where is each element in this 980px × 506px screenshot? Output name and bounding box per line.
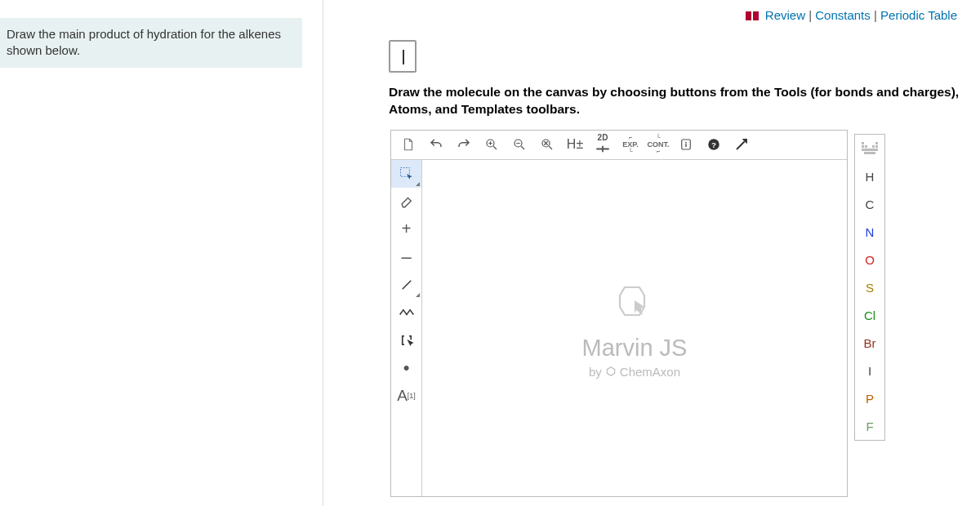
atom-F-button[interactable]: F [855, 412, 884, 440]
brand-subtitle: by ChemAxon [589, 365, 680, 379]
periodic-table-link[interactable]: Periodic Table [880, 8, 957, 22]
atom-S-button[interactable]: S [855, 273, 884, 301]
svg-rect-13 [865, 145, 867, 148]
svg-text:?: ? [711, 140, 716, 149]
erase-tool-button[interactable] [391, 188, 421, 215]
info-button[interactable] [674, 133, 698, 156]
svg-rect-16 [862, 149, 878, 151]
radical-button[interactable]: • [391, 354, 421, 382]
view-2d-button[interactable]: 2D [590, 133, 615, 156]
top-links: Review | Constants | Periodic Table [323, 0, 972, 22]
brand-name: Marvin JS [582, 335, 688, 362]
fullscreen-button[interactable] [729, 133, 754, 156]
bracket-tool-button[interactable] [391, 326, 421, 354]
link-separator: | [874, 8, 880, 22]
single-bond-button[interactable] [391, 271, 421, 299]
undo-button[interactable] [424, 133, 448, 156]
svg-rect-17 [864, 152, 875, 154]
svg-rect-15 [875, 145, 878, 148]
svg-rect-11 [875, 142, 878, 144]
svg-rect-12 [862, 145, 864, 148]
atom-map-button[interactable]: A[1] [391, 382, 421, 410]
contract-button[interactable]: └CONT.⌐ [646, 133, 670, 156]
atom-H-button[interactable]: H [855, 162, 884, 190]
chain-tool-button[interactable] [391, 299, 421, 326]
review-link[interactable]: Review [765, 8, 805, 22]
editor-toolbar-top: H± 2D ⌐EXP.└ └CONT.⌐ ? [391, 131, 847, 160]
structure-placeholder-icon [389, 40, 416, 73]
zoom-in-button[interactable] [479, 133, 504, 156]
redo-button[interactable] [452, 133, 476, 156]
svg-rect-5 [685, 144, 687, 148]
atom-N-button[interactable]: N [855, 218, 884, 246]
help-button[interactable]: ? [702, 133, 726, 156]
atom-I-button[interactable]: I [855, 357, 884, 384]
atom-C-button[interactable]: C [855, 190, 884, 218]
hydrogen-toggle-button[interactable]: H± [563, 133, 587, 156]
svg-marker-9 [607, 367, 614, 376]
selection-tool-button[interactable] [391, 160, 421, 188]
instruction-text: Draw the molecule on the canvas by choos… [389, 84, 960, 118]
question-prompt: Draw the main product of hydration for t… [0, 18, 302, 68]
editor-toolbar-left: + – • A[1] [391, 160, 422, 496]
svg-rect-14 [872, 145, 875, 148]
marvin-logo-icon [610, 277, 659, 330]
atom-Cl-button[interactable]: Cl [855, 301, 884, 329]
svg-rect-10 [862, 142, 864, 144]
submenu-indicator-icon [416, 293, 420, 297]
drawing-canvas[interactable]: Marvin JS by ChemAxon [422, 160, 847, 496]
expand-button[interactable]: ⌐EXP.└ [618, 133, 643, 156]
svg-point-4 [685, 142, 687, 144]
constants-link[interactable]: Constants [815, 8, 871, 22]
zoom-out-button[interactable] [507, 133, 532, 156]
periodic-table-button[interactable] [855, 135, 884, 162]
submenu-indicator-icon [416, 182, 420, 186]
atom-O-button[interactable]: O [855, 246, 884, 273]
molecule-editor: H± 2D ⌐EXP.└ └CONT.⌐ ? [390, 130, 848, 497]
zoom-reset-button[interactable] [535, 133, 559, 156]
atom-Br-button[interactable]: Br [855, 329, 884, 357]
atom-toolbar: H C N O S Cl Br I P F [854, 134, 885, 441]
charge-plus-button[interactable]: + [391, 215, 421, 243]
new-document-button[interactable] [396, 133, 421, 156]
atom-P-button[interactable]: P [855, 384, 884, 412]
charge-minus-button[interactable]: – [391, 243, 421, 271]
flag-icon [746, 9, 759, 18]
